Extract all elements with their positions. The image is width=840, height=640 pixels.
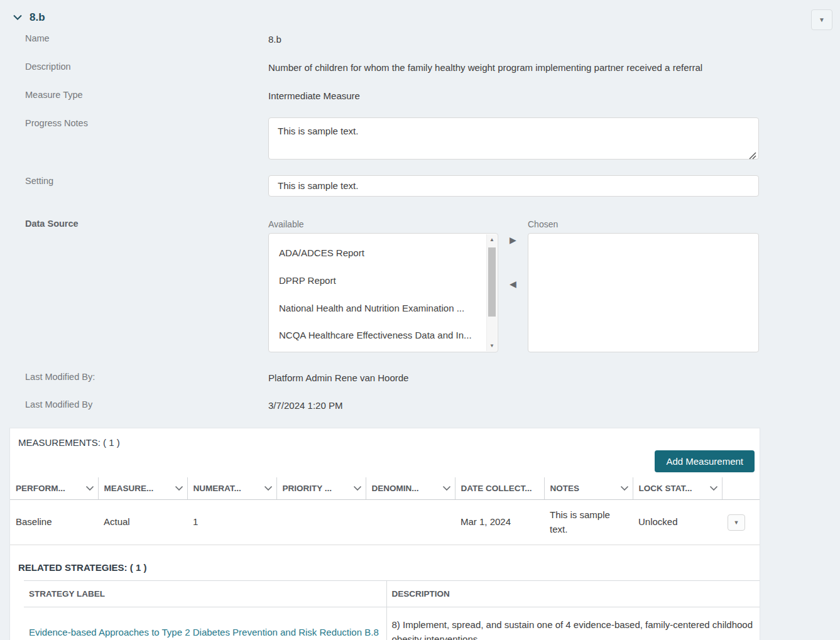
move-to-available-button[interactable]: ◀ xyxy=(510,279,516,288)
page-title: 8.b xyxy=(30,11,45,24)
sort-chevron-icon[interactable] xyxy=(353,485,362,491)
caret-down-icon: ▼ xyxy=(819,16,825,23)
column-header-date-collected[interactable]: DATE COLLECT... xyxy=(455,477,544,500)
field-row-last-modified-by-name: Last Modified By: Platform Admin Rene va… xyxy=(0,370,840,398)
scroll-down-icon[interactable]: ▼ xyxy=(487,340,497,351)
measurement-row: Baseline Actual 1 Mar 1, 2024 This is sa… xyxy=(10,500,760,545)
measure-type-value: Intermediate Measure xyxy=(268,88,759,103)
field-row-last-modified-by-date: Last Modified By 3/7/2024 1:20 PM xyxy=(0,398,840,425)
column-header-strategy-description: DESCRIPTION xyxy=(386,581,760,607)
field-row-name: Name 8.b xyxy=(0,31,840,60)
chosen-label: Chosen xyxy=(528,218,759,231)
cell-notes: This is sample text. xyxy=(544,500,633,545)
caret-down-icon: ▼ xyxy=(734,519,739,526)
available-list-item[interactable]: ADA/ADCES Report xyxy=(269,239,498,267)
measurement-row-actions-button[interactable]: ▼ xyxy=(728,514,745,531)
related-strategy-row: Evidence-based Approaches to Type 2 Diab… xyxy=(24,607,760,640)
sort-chevron-icon[interactable] xyxy=(620,485,629,491)
column-header-actions xyxy=(722,477,760,500)
description-value: Number of children for whom the family h… xyxy=(268,60,759,75)
progress-notes-textarea[interactable]: This is sample text. xyxy=(268,117,759,160)
cell-strategy-description: 8) Implement, spread, and sustain one of… xyxy=(386,607,760,640)
column-header-performance[interactable]: PERFORM... xyxy=(10,477,98,500)
measurements-header-row: PERFORM... MEASURE... NUMERAT... xyxy=(10,477,760,500)
cell-lock-status: Unlocked xyxy=(633,500,722,545)
collapse-chevron-icon[interactable] xyxy=(13,13,23,23)
cell-performance: Baseline xyxy=(10,500,98,545)
measure-detail-page: 8.b ▼ Name 8.b Description Number of chi… xyxy=(0,0,840,640)
setting-label: Setting xyxy=(0,174,268,186)
last-modified-by-date-value: 3/7/2024 1:20 PM xyxy=(268,398,759,413)
measure-header: 8.b ▼ xyxy=(0,0,840,31)
add-measurement-button[interactable]: Add Measurement xyxy=(655,450,755,472)
scrollbar-thumb[interactable] xyxy=(488,247,496,317)
cell-priority xyxy=(276,500,366,545)
sort-chevron-icon[interactable] xyxy=(85,485,94,491)
related-strategies-header-row: STRATEGY LABEL DESCRIPTION xyxy=(24,581,760,607)
related-strategies-table: STRATEGY LABEL DESCRIPTION Evidence-base… xyxy=(24,580,760,640)
header-actions-dropdown-button[interactable]: ▼ xyxy=(811,9,832,30)
sort-chevron-icon[interactable] xyxy=(264,485,273,491)
name-value: 8.b xyxy=(268,31,759,46)
last-modified-by-name-value: Platform Admin Rene van Hoorde xyxy=(268,370,759,385)
column-header-notes[interactable]: NOTES xyxy=(544,477,633,500)
caret-left-icon: ◀ xyxy=(510,279,516,289)
description-label: Description xyxy=(0,60,268,72)
setting-input[interactable] xyxy=(268,175,759,197)
available-list-item[interactable]: National Health and Nutrition Examinatio… xyxy=(269,295,498,322)
progress-notes-label: Progress Notes xyxy=(0,116,268,128)
cell-date-collected: Mar 1, 2024 xyxy=(455,500,544,545)
caret-right-icon: ▶ xyxy=(510,235,516,245)
sort-chevron-icon[interactable] xyxy=(175,485,183,491)
column-header-measure-type[interactable]: MEASURE... xyxy=(98,477,187,500)
column-header-lock-status[interactable]: LOCK STAT... xyxy=(633,477,722,500)
cell-denominator xyxy=(366,500,455,545)
field-row-setting: Setting xyxy=(0,174,840,197)
cell-measure-type: Actual xyxy=(98,500,187,545)
scroll-up-icon[interactable]: ▲ xyxy=(487,234,497,245)
cell-numerator: 1 xyxy=(187,500,276,545)
available-list-item[interactable]: NCQA Healthcare Effectiveness Data and I… xyxy=(269,322,498,349)
last-modified-by-name-label: Last Modified By: xyxy=(0,370,268,382)
column-header-denominator[interactable]: DENOMIN... xyxy=(366,477,455,500)
chosen-listbox[interactable] xyxy=(528,233,759,352)
measurements-panel: MEASUREMENTS: ( 1 ) Add Measurement PERF… xyxy=(9,428,760,640)
field-row-description: Description Number of children for whom … xyxy=(0,60,840,88)
last-modified-by-date-label: Last Modified By xyxy=(0,398,268,409)
column-header-strategy-label: STRATEGY LABEL xyxy=(24,581,386,607)
related-strategies-title: RELATED STRATEGIES: ( 1 ) xyxy=(18,562,760,573)
column-header-priority[interactable]: PRIORITY ... xyxy=(276,477,366,500)
measurements-title: MEASUREMENTS: ( 1 ) xyxy=(10,428,760,448)
name-label: Name xyxy=(0,31,268,43)
sort-chevron-icon[interactable] xyxy=(442,485,451,491)
field-row-measure-type: Measure Type Intermediate Measure xyxy=(0,88,840,116)
available-listbox: ADA/ADCES Report DPRP Report National He… xyxy=(268,233,498,352)
available-label: Available xyxy=(268,218,498,231)
strategy-link[interactable]: Evidence-based Approaches to Type 2 Diab… xyxy=(29,627,379,637)
measure-type-label: Measure Type xyxy=(0,88,268,100)
measurements-table: PERFORM... MEASURE... NUMERAT... xyxy=(10,477,760,545)
field-row-data-source: Data Source Available ADA/ADCES Report D… xyxy=(0,217,840,352)
column-header-numerator[interactable]: NUMERAT... xyxy=(187,477,276,500)
available-list-item[interactable]: DPRP Report xyxy=(269,267,498,295)
sort-chevron-icon[interactable] xyxy=(709,485,718,491)
available-scrollbar[interactable]: ▲ ▼ xyxy=(486,234,497,351)
move-to-chosen-button[interactable]: ▶ xyxy=(510,236,516,244)
field-row-progress-notes: Progress Notes This is sample text. xyxy=(0,116,840,163)
data-source-label: Data Source xyxy=(0,217,268,229)
